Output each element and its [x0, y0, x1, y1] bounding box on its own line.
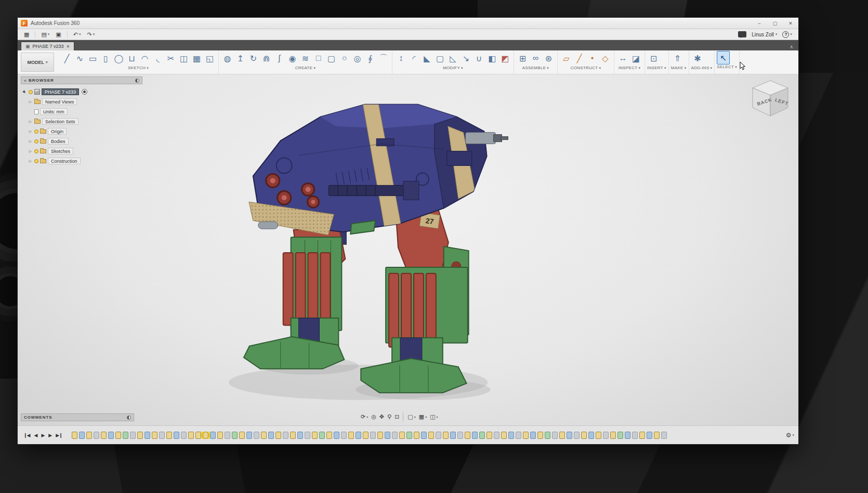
timeline-feature-icon[interactable] [341, 432, 347, 439]
timeline-feature-icon[interactable] [399, 432, 405, 439]
timeline-feature-icon[interactable] [603, 432, 609, 439]
timeline-feature-icon[interactable] [210, 432, 216, 439]
timeline-feature-icon[interactable] [436, 432, 441, 439]
pan-icon[interactable]: ✥ [378, 412, 386, 421]
timeline-step-forward-button[interactable]: ▶ [47, 433, 53, 438]
activate-component-radio[interactable] [82, 89, 87, 95]
timeline-feature-icon[interactable] [516, 432, 521, 439]
timeline-feature-icon[interactable] [195, 432, 201, 439]
model-canvas[interactable]: 27 [18, 74, 798, 425]
timeline-feature-icon[interactable] [625, 432, 630, 439]
fillet-icon[interactable]: ◟ [151, 51, 164, 66]
expand-arrow-icon[interactable]: ▷ [28, 129, 33, 134]
timeline-feature-icon[interactable] [581, 432, 587, 439]
timeline-feature-icon[interactable] [428, 432, 434, 439]
timeline-feature-icon[interactable] [319, 432, 325, 439]
project-icon[interactable]: ◱ [203, 51, 216, 66]
timeline-feature-icon[interactable] [370, 432, 376, 439]
arc-icon[interactable]: ◠ [138, 51, 151, 66]
new-component-icon[interactable]: ⊞ [516, 51, 529, 66]
fillet-edge-icon[interactable]: ◜ [407, 51, 420, 66]
timeline-feature-icon[interactable] [137, 432, 143, 439]
add-ins-icon[interactable]: ✱ [691, 51, 704, 66]
ribbon-group-modify-label[interactable]: MODIFY▾ [394, 66, 511, 71]
insert-icon[interactable]: ⊡ [647, 51, 660, 66]
timeline-feature-icon[interactable] [530, 432, 536, 439]
timeline-feature-icon[interactable] [610, 432, 616, 439]
timeline-feature-track[interactable] [71, 432, 781, 439]
timeline-feature-icon[interactable] [174, 432, 179, 439]
comments-header[interactable]: COMMENTS [21, 413, 134, 421]
display-settings-icon[interactable]: ▢ [403, 412, 417, 421]
timeline-feature-icon[interactable] [559, 432, 565, 439]
collapse-ribbon-icon[interactable]: ∧ [787, 44, 795, 50]
timeline-feature-icon[interactable] [654, 432, 660, 439]
timeline-feature-icon[interactable] [567, 432, 572, 439]
chamfer-icon[interactable]: ◣ [420, 51, 433, 66]
viewports-icon[interactable]: ◫ [428, 412, 439, 421]
timeline-feature-icon[interactable] [479, 432, 485, 439]
user-menu[interactable]: Linus Zoll▾ [752, 32, 777, 37]
timeline-feature-icon[interactable] [225, 432, 230, 439]
ribbon-group-make-label[interactable]: MAKE▾ [671, 66, 687, 71]
ribbon-group-assemble-label[interactable]: ASSEMBLE▾ [516, 66, 555, 71]
minimize-button[interactable]: – [752, 18, 767, 29]
construction-axis-icon[interactable]: ╱ [573, 51, 586, 66]
timeline-feature-icon[interactable] [450, 432, 456, 439]
plane-at-angle-icon[interactable]: ◇ [599, 51, 612, 66]
timeline-feature-icon[interactable] [166, 432, 172, 439]
create-form-icon[interactable]: ◍ [221, 51, 234, 66]
timeline-feature-icon[interactable] [305, 432, 310, 439]
hole-icon[interactable]: ◉ [286, 51, 299, 66]
timeline-feature-icon[interactable] [130, 432, 136, 439]
draft-icon[interactable]: ◺ [446, 51, 459, 66]
display-toggle-icon[interactable] [127, 416, 131, 420]
timeline-feature-icon[interactable] [268, 432, 274, 439]
timeline-feature-icon[interactable] [588, 432, 594, 439]
ribbon-group-sketch-label[interactable]: SKETCH▾ [60, 66, 216, 71]
combine-icon[interactable]: ∪ [472, 51, 485, 66]
timeline-feature-icon[interactable] [72, 432, 77, 439]
timeline-end-button[interactable]: ▶❙ [54, 433, 63, 438]
restore-button[interactable]: ▢ [767, 18, 783, 29]
timeline-feature-icon[interactable] [508, 432, 514, 439]
timeline-feature-icon[interactable] [232, 432, 238, 439]
timeline-feature-icon[interactable] [596, 432, 601, 439]
timeline-feature-icon[interactable] [443, 432, 449, 439]
coil-icon[interactable]: ∮ [364, 51, 377, 66]
expand-arrow-icon[interactable]: ▶ [21, 88, 28, 95]
box-icon[interactable]: □ [312, 51, 325, 66]
expand-arrow-icon[interactable]: ▷ [28, 100, 33, 104]
browser-item[interactable]: ▷ Origin [21, 126, 142, 136]
press-pull-icon[interactable]: ↕ [394, 51, 407, 66]
save-button[interactable]: ▣ [54, 30, 63, 39]
select-icon[interactable]: ↖ [717, 51, 730, 64]
timeline-feature-icon[interactable] [123, 432, 128, 439]
timeline-feature-icon[interactable] [537, 432, 543, 439]
section-analysis-icon[interactable]: ◪ [629, 51, 642, 66]
collapse-panel-icon[interactable]: « [24, 78, 27, 83]
ribbon-group-select-label[interactable]: SELECT▾ [717, 64, 737, 70]
timeline-feature-icon[interactable] [254, 432, 259, 439]
timeline-play-button[interactable]: ▶ [40, 433, 46, 438]
visibility-bulb-icon[interactable] [29, 90, 33, 94]
timeline-feature-icon[interactable] [363, 432, 369, 439]
close-button[interactable]: ✕ [783, 18, 798, 29]
workspace-selector[interactable]: MODEL▾ [21, 53, 54, 72]
timeline-feature-icon[interactable] [392, 432, 398, 439]
help-menu[interactable]: ?▾ [782, 31, 792, 38]
timeline-feature-icon[interactable] [246, 432, 252, 439]
look-at-icon[interactable]: ◎ [370, 412, 378, 421]
circle-icon[interactable]: ◯ [112, 51, 125, 66]
timeline-feature-icon[interactable] [414, 432, 419, 439]
two-point-rectangle-icon[interactable]: ▭ [86, 51, 99, 66]
timeline-feature-icon[interactable] [297, 432, 303, 439]
browser-item[interactable]: ▷ Selection Sets [21, 116, 142, 126]
app-grid-button[interactable]: ▦ [22, 30, 31, 39]
timeline-feature-icon[interactable] [108, 432, 114, 439]
ribbon-group-construct-label[interactable]: CONSTRUCT▾ [560, 66, 612, 71]
browser-item[interactable]: ▷ Sketches [21, 146, 142, 156]
split-body-icon[interactable]: ◧ [485, 51, 498, 66]
torus-icon[interactable]: ◎ [351, 51, 364, 66]
timeline-feature-icon[interactable] [617, 432, 623, 439]
